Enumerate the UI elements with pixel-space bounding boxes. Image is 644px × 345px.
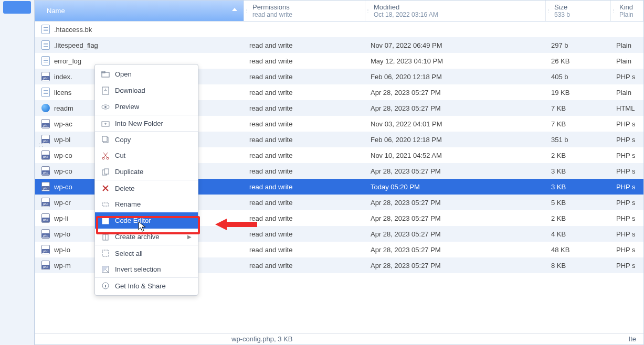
preview-icon <box>101 103 110 111</box>
file-size: 405 b <box>546 73 611 81</box>
file-kind: PHP s <box>611 120 640 128</box>
col-sub: Oct 18, 2022 03:16 AM <box>374 11 540 18</box>
file-php-icon <box>41 182 50 191</box>
file-name: wp-m <box>54 262 71 269</box>
invert-icon <box>101 265 110 274</box>
menu-into-folder[interactable]: Into New Folder <box>95 115 198 131</box>
file-name: licens <box>54 89 71 96</box>
file-html-icon <box>41 104 50 112</box>
label: Into New Folder <box>115 120 163 127</box>
menu-rename[interactable]: Rename <box>95 196 198 212</box>
file-name: readm <box>54 104 73 112</box>
file-php-icon <box>41 166 50 176</box>
folder-plus-icon <box>101 119 110 127</box>
context-menu: Open Download Preview Into New Folder Co… <box>94 64 198 296</box>
file-size: 3 KB <box>546 183 611 191</box>
sidebar-selected-folder[interactable] <box>3 1 31 14</box>
label: Preview <box>115 103 139 111</box>
file-modified: Nov 10, 2021 04:52 AM <box>365 152 546 159</box>
file-perm: read and write <box>244 89 365 96</box>
menu-select-all[interactable]: Select all <box>95 245 198 261</box>
file-size: 8 KB <box>546 262 611 269</box>
col-label: Size <box>554 3 605 11</box>
file-modified: Apr 28, 2023 05:27 PM <box>365 214 546 222</box>
file-modified: Nov 03, 2022 04:01 PM <box>365 120 546 128</box>
file-size: 2 KB <box>546 214 611 222</box>
download-icon <box>101 87 110 95</box>
file-kind: PHP s <box>611 152 640 159</box>
label: Open <box>115 70 132 78</box>
col-header-permissions[interactable]: Permissions read and write <box>247 1 365 21</box>
file-name: index. <box>54 73 72 81</box>
menu-copy[interactable]: Copy <box>95 131 198 147</box>
col-header-name[interactable]: Name <box>35 1 244 21</box>
file-size: 19 KB <box>546 89 611 96</box>
file-php-icon <box>41 198 50 207</box>
file-perm: read and write <box>244 57 365 65</box>
menu-download[interactable]: Download <box>95 82 198 99</box>
menu-delete[interactable]: Delete <box>95 180 198 196</box>
file-modified: Apr 28, 2023 05:27 PM <box>365 230 546 238</box>
menu-get-info[interactable]: Get Info & Share <box>95 277 198 294</box>
rename-icon <box>101 200 110 209</box>
col-header-size[interactable]: Size 533 b <box>549 1 611 21</box>
file-name: wp-ac <box>54 120 72 128</box>
file-name: wp-li <box>54 214 68 222</box>
file-perm: read and write <box>244 136 365 144</box>
file-kind: PHP s <box>611 73 640 81</box>
file-kind: PHP s <box>611 167 640 175</box>
svg-rect-12 <box>102 203 109 206</box>
file-size: 7 KB <box>546 120 611 128</box>
file-modified: Apr 28, 2023 05:27 PM <box>365 199 546 207</box>
col-sub: read and write <box>252 11 360 18</box>
file-php-icon <box>41 135 50 144</box>
file-kind: PHP s <box>611 230 640 238</box>
code-editor-icon <box>101 217 110 225</box>
file-size: 5 KB <box>546 199 611 207</box>
file-perm: read and write <box>244 183 365 191</box>
col-sub: Plain <box>619 11 638 18</box>
col-header-modified[interactable]: Modified Oct 18, 2022 03:16 AM <box>368 1 546 21</box>
label: Download <box>115 87 145 94</box>
menu-invert-selection[interactable]: Invert selection <box>95 261 198 277</box>
file-modified: Nov 07, 2022 06:49 PM <box>365 41 546 49</box>
status-items: Ite <box>629 335 636 343</box>
file-modified: Feb 06, 2020 12:18 PM <box>365 73 546 81</box>
file-name: wp-co <box>54 152 72 159</box>
menu-cut[interactable]: Cut <box>95 147 198 164</box>
col-header-kind[interactable]: Kind Plain <box>614 1 643 21</box>
menu-duplicate[interactable]: Duplicate <box>95 164 198 180</box>
file-size: 2 KB <box>546 152 611 159</box>
file-perm: read and write <box>244 41 365 49</box>
file-perm: read and write <box>244 120 365 128</box>
file-name: wp-co <box>54 167 72 175</box>
file-size: 7 KB <box>546 104 611 112</box>
file-perm: read and write <box>244 167 365 175</box>
table-row[interactable]: .htaccess.bk <box>35 21 643 37</box>
file-kind: PHP s <box>611 262 640 269</box>
file-perm: read and write <box>244 199 365 207</box>
menu-preview[interactable]: Preview <box>95 99 198 115</box>
file-php-icon <box>41 213 50 223</box>
file-name: wp-bl <box>54 136 70 144</box>
file-name: .litespeed_flag <box>54 41 98 49</box>
table-row[interactable]: .litespeed_flagread and writeNov 07, 202… <box>35 37 643 53</box>
file-kind: PHP s <box>611 246 640 254</box>
file-kind: PHP s <box>611 214 640 222</box>
sidebar <box>0 0 35 345</box>
col-label: Modified <box>374 3 540 11</box>
archive-icon <box>101 233 110 241</box>
file-size: 3 KB <box>546 167 611 175</box>
menu-create-archive[interactable]: Create archive▶ <box>95 229 198 245</box>
svg-rect-7 <box>102 136 107 142</box>
copy-icon <box>101 135 110 144</box>
menu-open[interactable]: Open <box>95 66 198 82</box>
file-modified: Apr 28, 2023 05:27 PM <box>365 89 546 96</box>
file-modified: Today 05:20 PM <box>365 183 546 191</box>
file-size: 48 KB <box>546 246 611 254</box>
label: Get Info & Share <box>115 282 166 290</box>
duplicate-icon <box>101 168 110 176</box>
menu-code-editor[interactable]: Code Editor <box>95 212 198 229</box>
file-kind: HTML <box>611 104 640 112</box>
file-size: 4 KB <box>546 230 611 238</box>
